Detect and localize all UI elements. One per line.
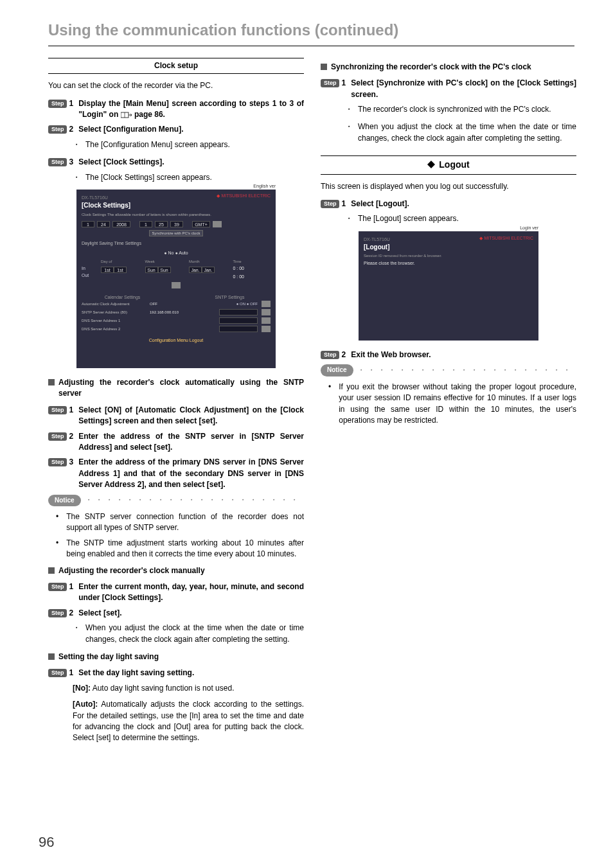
cal-settings-head: Calendar Settings [82,294,163,301]
step-text: Enter the current month, day, year, hour… [78,581,304,604]
out-month[interactable]: Jan. [202,267,215,273]
set-button[interactable] [262,326,271,332]
step-number: 2 [69,431,74,442]
step-number: 1 [342,199,346,209]
out-time[interactable]: 0 : 00 [233,274,271,280]
bullet-dot: ・ [73,172,80,183]
out-week[interactable]: Sun [158,267,171,273]
in-month[interactable]: Jan. [189,267,202,273]
out-dayof[interactable]: 1st [114,267,127,273]
col-week: Week [145,259,183,265]
day-field[interactable]: 24 [97,221,110,227]
step-badge: Step [321,79,339,87]
step-badge: Step [48,609,67,617]
bullet-dot: ・ [345,104,353,115]
row-out-label: Out [82,272,94,279]
auto-adj-radio[interactable]: ● ON ● OFF [236,301,258,307]
step-number: 1 [69,98,74,109]
square-marker-icon [321,64,327,70]
shot-footer-links[interactable]: Configuration Menu Logout [82,337,271,344]
dns2-field[interactable] [219,326,258,332]
chapter-title: Using the communication functions (conti… [48,19,574,46]
month-field[interactable]: 1 [82,221,94,227]
tz-field[interactable]: GMT+ [192,221,210,227]
dst-radio-group[interactable]: ● No ● Auto [82,250,271,256]
dst-section-label: Daylight Saving Time Settings [82,240,271,247]
dst-set-button[interactable] [172,282,181,288]
clock-fields-row: 1 24 2008 1 25 39 GMT+ [82,221,271,227]
logout-msg2: Please close the browser. [364,260,533,267]
step-number: 3 [69,457,74,468]
in-dayof[interactable]: 1st [101,267,114,273]
step1-text: Display the [Main Menu] screen according… [78,99,304,119]
sec-field[interactable]: 39 [170,221,183,227]
square-marker-icon [48,379,55,385]
notice-item: The SNTP server connection function of t… [66,511,304,534]
step-text: Select [Synchronize with PC's clock] on … [351,78,576,100]
step-number: 1 [342,78,346,89]
step-badge: Step [321,351,339,359]
square-marker-icon [48,653,55,660]
shot-english: Login ver [520,225,538,231]
square-marker-icon [48,567,55,574]
dst-no-text: Auto day light saving function is not us… [93,684,235,693]
set-button[interactable] [262,317,271,324]
bullet-dot: • [328,382,331,427]
step-badge: Step [48,100,67,108]
sub-text: The [Clock Settings] screen appears. [85,172,304,183]
step-text: Enter the address of the primary DNS ser… [78,457,304,490]
sntp-addr-label: SNTP Server Address (80) [82,310,146,315]
sync-pc-clock-button[interactable]: Synchronize with PC's clock [149,230,204,236]
bullet-dot: ・ [73,139,80,150]
shot-title: [Clock Settings] [82,201,271,211]
dst-no-label: [No]: [73,684,91,693]
heading-sync: Synchronizing the recorder's clock with … [331,62,531,73]
step-number: 2 [69,608,74,619]
svg-marker-1 [427,161,435,168]
step-text: Select [Configuration Menu]. [78,124,183,135]
in-time[interactable]: 0 : 00 [233,265,271,272]
year-field[interactable]: 2008 [112,221,130,227]
col-dayof: Day of [101,259,139,265]
mitsubishi-logo: ◆ MITSUBISHI ELECTRIC [217,193,271,198]
min-field[interactable]: 25 [155,221,168,227]
shot-noteline: Clock Settings The allowable number of l… [82,212,271,218]
bullet-dot: • [56,538,58,560]
step-badge: Step [48,458,67,466]
brand-text: MITSUBISHI ELECTRIC [484,236,533,240]
in-week[interactable]: Sun [145,267,158,273]
row-in-label: In [82,265,94,272]
col-time: Time [233,259,271,265]
intro-text: You can set the clock of the recorder vi… [48,80,304,91]
brand-text: MITSUBISHI ELECTRIC [221,193,271,198]
step-number: 3 [69,157,74,168]
heading-manual: Adjusting the recorder's clock manually [58,565,205,576]
step-text: Display the [Main Menu] screen according… [78,98,304,121]
shot-english: English ver [253,183,276,190]
page-number: 96 [39,832,54,853]
set-button[interactable] [262,301,271,307]
bullet-dot: ・ [345,121,353,144]
step-badge: Step [48,669,67,677]
dst-auto-label: [Auto]: [73,700,98,709]
notice-badge: Notice [321,364,353,376]
bullet-dot: ・ [73,623,80,645]
step-number: 1 [69,668,74,678]
diamond-icon [427,161,435,168]
step-text: Select [Clock Settings]. [78,157,164,168]
right-column: Synchronizing the recorder's clock with … [321,58,576,749]
step-text: Enter the address of the SNTP server in … [78,431,304,454]
page-ref-icon [121,112,132,118]
dst-auto-text: Automatically adjusts the clock accordin… [73,700,304,742]
dst-table: InOut Day of1st1st WeekSunSun MonthJan.J… [82,259,271,280]
set-button[interactable] [213,221,222,227]
sub-text: The [Logout] screen appears. [358,213,576,224]
sntp-addr-field[interactable] [219,309,258,315]
hour-field[interactable]: 1 [139,221,152,227]
dns1-field[interactable] [219,317,258,324]
set-button[interactable] [262,309,271,315]
step-text: Select [set]. [78,608,121,619]
sub-text: When you adjust the clock at the time wh… [358,121,576,144]
notice-dots: ・・・・・・・・・・・・・・・・・・・・・・・・・・・・・・ [85,495,304,506]
step-text: Select [ON] of [Automatic Clock Adjustme… [78,405,304,427]
